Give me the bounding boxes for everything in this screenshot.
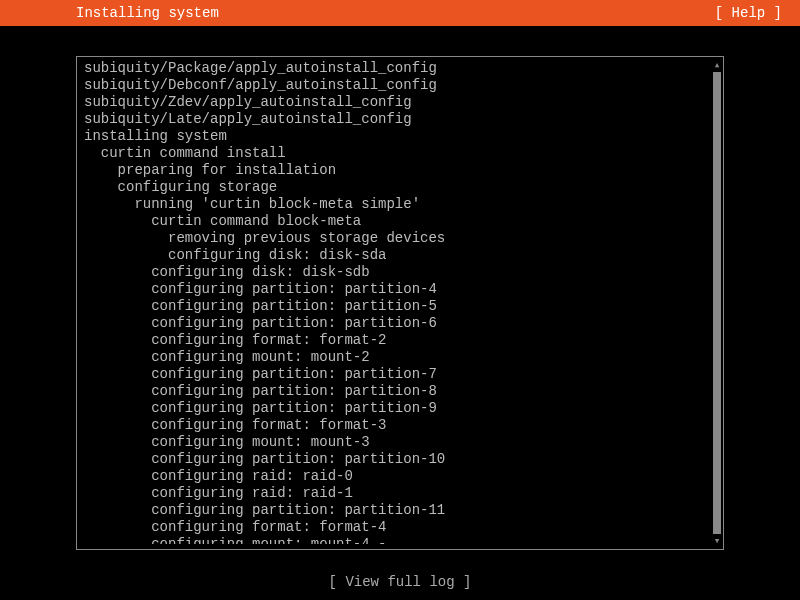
scrollbar[interactable]: ▴ ▾: [712, 60, 722, 546]
log-line: subiquity/Zdev/apply_autoinstall_config: [84, 94, 696, 111]
log-line: preparing for installation: [84, 162, 696, 179]
log-line: removing previous storage devices: [84, 230, 696, 247]
log-line: subiquity/Late/apply_autoinstall_config: [84, 111, 696, 128]
log-line: configuring mount: mount-4 -: [84, 536, 696, 544]
log-line: configuring mount: mount-3: [84, 434, 696, 451]
log-line: configuring mount: mount-2: [84, 349, 696, 366]
log-line: configuring format: format-4: [84, 519, 696, 536]
log-line: curtin command block-meta: [84, 213, 696, 230]
log-line: configuring disk: disk-sdb: [84, 264, 696, 281]
scroll-up-icon[interactable]: ▴: [712, 60, 722, 70]
page-title: Installing system: [76, 5, 219, 21]
scrollbar-thumb[interactable]: [713, 72, 721, 534]
log-line: configuring format: format-2: [84, 332, 696, 349]
log-line: configuring disk: disk-sda: [84, 247, 696, 264]
log-line: configuring partition: partition-5: [84, 298, 696, 315]
log-line: configuring partition: partition-11: [84, 502, 696, 519]
log-line: subiquity/Package/apply_autoinstall_conf…: [84, 60, 696, 77]
log-line: installing system: [84, 128, 696, 145]
log-line: subiquity/Debconf/apply_autoinstall_conf…: [84, 77, 696, 94]
log-line: running 'curtin block-meta simple': [84, 196, 696, 213]
log-line: configuring raid: raid-1: [84, 485, 696, 502]
scroll-down-icon[interactable]: ▾: [712, 536, 722, 546]
log-line: configuring partition: partition-10: [84, 451, 696, 468]
header-bar: Installing system [ Help ]: [0, 0, 800, 26]
log-line: configuring partition: partition-8: [84, 383, 696, 400]
log-line: configuring format: format-3: [84, 417, 696, 434]
view-full-log-button[interactable]: [ View full log ]: [0, 574, 800, 590]
log-line: configuring raid: raid-0: [84, 468, 696, 485]
log-line: curtin command install: [84, 145, 696, 162]
log-line: configuring partition: partition-7: [84, 366, 696, 383]
log-panel: subiquity/Package/apply_autoinstall_conf…: [84, 60, 696, 544]
log-line: configuring partition: partition-9: [84, 400, 696, 417]
log-line: configuring partition: partition-6: [84, 315, 696, 332]
help-button[interactable]: [ Help ]: [715, 5, 782, 21]
log-line: configuring partition: partition-4: [84, 281, 696, 298]
log-line: configuring storage: [84, 179, 696, 196]
